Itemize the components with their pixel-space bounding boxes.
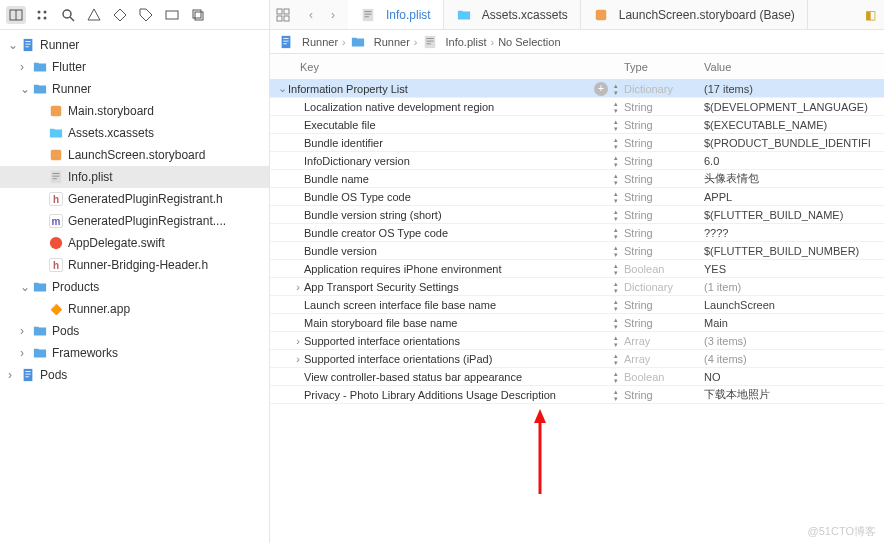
stepper-icon[interactable]: ▴▾ — [612, 280, 620, 294]
breadcrumb-item[interactable]: No Selection — [498, 36, 560, 48]
sidebar-item[interactable]: mGeneratedPluginRegistrant.... — [0, 210, 269, 232]
plist-row[interactable]: Bundle OS Type code▴▾StringAPPL — [270, 188, 884, 206]
breadcrumb-item[interactable]: Runner — [374, 36, 410, 48]
plist-row[interactable]: Localization native development region▴▾… — [270, 98, 884, 116]
plist-row[interactable]: ›App Transport Security Settings▴▾Dictio… — [270, 278, 884, 296]
sidebar-item[interactable]: Info.plist — [0, 166, 269, 188]
nav-back[interactable]: ‹ — [302, 6, 320, 24]
diamond-icon[interactable] — [110, 6, 130, 24]
sidebar-item[interactable]: AppDelegate.swift — [0, 232, 269, 254]
column-value-header[interactable]: Value — [704, 61, 884, 73]
tab-grid-icon[interactable] — [270, 8, 296, 22]
plist-type[interactable]: String — [624, 119, 704, 131]
plist-value[interactable]: NO — [704, 371, 884, 383]
sidebar-item[interactable]: ⌄Products — [0, 276, 269, 298]
disclosure-icon[interactable]: › — [20, 324, 30, 338]
plist-value[interactable]: $(FLUTTER_BUILD_NAME) — [704, 209, 884, 221]
plist-value[interactable]: 6.0 — [704, 155, 884, 167]
plist-row[interactable]: Bundle name▴▾String头像表情包 — [270, 170, 884, 188]
plist-value[interactable]: YES — [704, 263, 884, 275]
nav-forward[interactable]: › — [324, 6, 342, 24]
plist-type[interactable]: String — [624, 173, 704, 185]
plist-row[interactable]: Application requires iPhone environment▴… — [270, 260, 884, 278]
sidebar-item[interactable]: ›Pods — [0, 364, 269, 386]
disclosure-icon[interactable]: › — [292, 353, 304, 365]
search-icon[interactable] — [58, 6, 78, 24]
plist-type[interactable]: Dictionary — [624, 281, 704, 293]
breadcrumb-item[interactable]: Runner — [302, 36, 338, 48]
sidebar-item[interactable]: LaunchScreen.storyboard — [0, 144, 269, 166]
plist-value[interactable]: (4 items) — [704, 353, 884, 365]
column-type-header[interactable]: Type — [624, 61, 704, 73]
stepper-icon[interactable]: ▴▾ — [612, 334, 620, 348]
plist-type[interactable]: String — [624, 299, 704, 311]
plist-key[interactable]: Executable file — [304, 119, 612, 131]
plist-type[interactable]: String — [624, 101, 704, 113]
stepper-icon[interactable]: ▴▾ — [612, 82, 620, 96]
panel-icon[interactable] — [162, 6, 182, 24]
stepper-icon[interactable]: ▴▾ — [612, 388, 620, 402]
warning-icon[interactable] — [84, 6, 104, 24]
plist-value[interactable]: Main — [704, 317, 884, 329]
plist-key[interactable]: Launch screen interface file base name — [304, 299, 612, 311]
plist-key[interactable]: Localization native development region — [304, 101, 612, 113]
stepper-icon[interactable]: ▴▾ — [612, 118, 620, 132]
sidebar-item[interactable]: ⌄Runner — [0, 34, 269, 56]
plist-value[interactable]: $(PRODUCT_BUNDLE_IDENTIFI — [704, 137, 884, 149]
plist-type[interactable]: String — [624, 209, 704, 221]
plist-key[interactable]: Main storyboard file base name — [304, 317, 612, 329]
stepper-icon[interactable]: ▴▾ — [612, 298, 620, 312]
plist-row[interactable]: ›Supported interface orientations (iPad)… — [270, 350, 884, 368]
disclosure-icon[interactable]: ⌄ — [20, 280, 30, 294]
plist-value[interactable]: $(DEVELOPMENT_LANGUAGE) — [704, 101, 884, 113]
editor-tab[interactable]: Info.plist — [348, 0, 444, 29]
plist-type[interactable]: Array — [624, 353, 704, 365]
plist-key[interactable]: InfoDictionary version — [304, 155, 612, 167]
plist-type[interactable]: Boolean — [624, 371, 704, 383]
plist-type[interactable]: String — [624, 137, 704, 149]
column-key-header[interactable]: Key — [270, 61, 624, 73]
plist-row[interactable]: Bundle version▴▾String$(FLUTTER_BUILD_NU… — [270, 242, 884, 260]
grid-icon[interactable] — [32, 6, 52, 24]
plist-key[interactable]: View controller-based status bar appeara… — [304, 371, 612, 383]
editor-tab[interactable]: Assets.xcassets — [444, 0, 581, 29]
tag-icon[interactable] — [136, 6, 156, 24]
disclosure-icon[interactable]: › — [8, 368, 18, 382]
stepper-icon[interactable]: ▴▾ — [612, 352, 620, 366]
plist-row[interactable]: ›Supported interface orientations▴▾Array… — [270, 332, 884, 350]
plist-value[interactable]: APPL — [704, 191, 884, 203]
sidebar-item[interactable]: ›Flutter — [0, 56, 269, 78]
plist-type[interactable]: Boolean — [624, 263, 704, 275]
stepper-icon[interactable]: ▴▾ — [612, 370, 620, 384]
plist-row[interactable]: InfoDictionary version▴▾String6.0 — [270, 152, 884, 170]
sidebar-item[interactable]: ›Pods — [0, 320, 269, 342]
add-button[interactable]: + — [594, 82, 608, 96]
plist-value[interactable]: $(FLUTTER_BUILD_NUMBER) — [704, 245, 884, 257]
plist-row[interactable]: Launch screen interface file base name▴▾… — [270, 296, 884, 314]
breadcrumb-item[interactable]: Info.plist — [446, 36, 487, 48]
plist-value[interactable]: (1 item) — [704, 281, 884, 293]
plist-value[interactable]: 头像表情包 — [704, 171, 884, 186]
plist-type[interactable]: Dictionary — [624, 83, 704, 95]
plist-key[interactable]: Bundle name — [304, 173, 612, 185]
plist-type[interactable]: String — [624, 227, 704, 239]
plist-key[interactable]: Bundle creator OS Type code — [304, 227, 612, 239]
plist-type[interactable]: String — [624, 155, 704, 167]
plist-row[interactable]: Bundle version string (short)▴▾String$(F… — [270, 206, 884, 224]
plist-type[interactable]: String — [624, 191, 704, 203]
plist-key[interactable]: Privacy - Photo Library Additions Usage … — [304, 389, 612, 401]
plist-row[interactable]: Privacy - Photo Library Additions Usage … — [270, 386, 884, 404]
plist-key[interactable]: Bundle version string (short) — [304, 209, 612, 221]
plist-type[interactable]: String — [624, 317, 704, 329]
sidebar-item[interactable]: Main.storyboard — [0, 100, 269, 122]
disclosure-icon[interactable]: › — [292, 281, 304, 293]
plist-row[interactable]: ⌄Information Property List+▴▾Dictionary(… — [270, 80, 884, 98]
disclosure-icon[interactable]: ⌄ — [20, 82, 30, 96]
plist-value[interactable]: 下载本地照片 — [704, 387, 884, 402]
sidebar-item[interactable]: hGeneratedPluginRegistrant.h — [0, 188, 269, 210]
plist-key[interactable]: App Transport Security Settings — [304, 281, 612, 293]
tab-overflow[interactable]: ◧ — [857, 8, 884, 22]
plist-value[interactable]: ???? — [704, 227, 884, 239]
disclosure-icon[interactable]: › — [20, 346, 30, 360]
square.split-icon[interactable] — [6, 6, 26, 24]
